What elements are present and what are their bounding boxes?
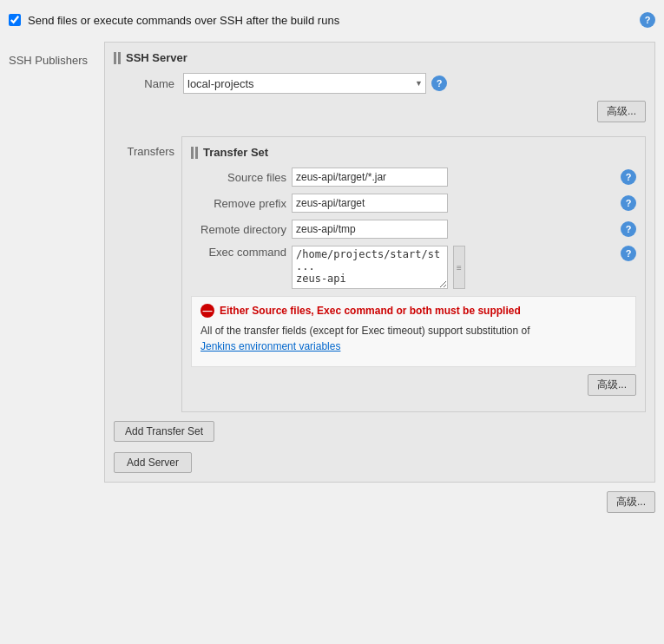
source-files-row: Source files ? [191, 168, 636, 187]
exec-command-wrapper: /home/projects/start/st... zeus-api [292, 246, 465, 289]
error-description: All of the transfer fields (except for E… [201, 323, 627, 354]
ssh-server-panel: SSH Server Name local-projects ? 高级... T… [104, 42, 655, 483]
transfer-set-title: Transfer Set [191, 146, 636, 159]
transfers-label: Transfers [114, 136, 174, 412]
name-select[interactable]: local-projects [183, 73, 426, 94]
remove-prefix-row: Remove prefix ? [191, 194, 636, 213]
source-files-label: Source files [191, 171, 286, 184]
transfers-section: Transfers Transfer Set Source files ? [114, 136, 646, 412]
exec-scrollbar[interactable] [453, 246, 465, 289]
name-select-wrapper: local-projects ? [183, 73, 447, 94]
source-files-input[interactable] [292, 168, 448, 187]
exec-command-help-icon[interactable]: ? [621, 246, 636, 261]
main-container: Send files or execute commands over SSH … [0, 0, 664, 644]
name-help-icon[interactable]: ? [431, 76, 447, 91]
ssh-server-title: SSH Server [114, 51, 646, 64]
ssh-server-title-text: SSH Server [126, 51, 187, 64]
error-title: — Either Source files, Exec command or b… [201, 304, 627, 318]
advanced-inner-button[interactable]: 高级... [588, 374, 636, 396]
transfer-set-title-text: Transfer Set [203, 146, 268, 159]
transfer-set-box: Transfer Set Source files ? Remove prefi… [181, 136, 646, 412]
exec-command-row: Exec command /home/projects/start/st... … [191, 246, 636, 289]
remote-directory-row: Remote directory ? [191, 220, 636, 239]
add-transfer-set-button[interactable]: Add Transfer Set [114, 421, 214, 442]
exec-command-label: Exec command [191, 246, 286, 259]
jenkins-env-link[interactable]: Jenkins environment variables [201, 340, 340, 352]
bottom-advanced-button[interactable]: 高级... [607, 491, 655, 513]
add-server-button[interactable]: Add Server [114, 452, 192, 473]
transfer-pipe-icon [191, 147, 198, 159]
advanced-top-wrapper: 高级... [114, 101, 646, 129]
error-box: — Either Source files, Exec command or b… [191, 296, 636, 367]
advanced-inner-wrapper: 高级... [191, 374, 636, 403]
bottom-advanced-row: 高级... [9, 491, 655, 520]
add-server-row: Add Server [114, 452, 646, 473]
top-row: Send files or execute commands over SSH … [9, 9, 655, 31]
remove-prefix-input[interactable] [292, 194, 448, 213]
remove-prefix-help-icon[interactable]: ? [621, 195, 636, 211]
remote-directory-input[interactable] [292, 220, 448, 239]
top-help-icon[interactable]: ? [640, 12, 655, 28]
advanced-top-button[interactable]: 高级... [597, 101, 646, 122]
remove-prefix-label: Remove prefix [191, 197, 286, 210]
source-files-help-icon[interactable]: ? [621, 169, 636, 185]
exec-command-textarea[interactable]: /home/projects/start/st... zeus-api [292, 246, 448, 289]
name-select-container: local-projects [183, 73, 426, 94]
error-title-text: Either Source files, Exec command or bot… [220, 305, 521, 317]
remote-directory-label: Remote directory [191, 223, 286, 236]
main-content: SSH Publishers SSH Server Name local-pro… [9, 42, 655, 483]
pipe-icon [114, 52, 121, 64]
ssh-publishers-label: SSH Publishers [9, 42, 104, 483]
add-transfer-set-wrapper: Add Transfer Set [114, 412, 646, 442]
ssh-after-build-label: Send files or execute commands over SSH … [28, 14, 339, 27]
remote-directory-help-icon[interactable]: ? [621, 221, 636, 237]
error-icon: — [201, 304, 214, 318]
ssh-after-build-checkbox[interactable] [9, 14, 21, 26]
name-row: Name local-projects ? [114, 73, 646, 94]
name-label: Name [114, 77, 174, 90]
